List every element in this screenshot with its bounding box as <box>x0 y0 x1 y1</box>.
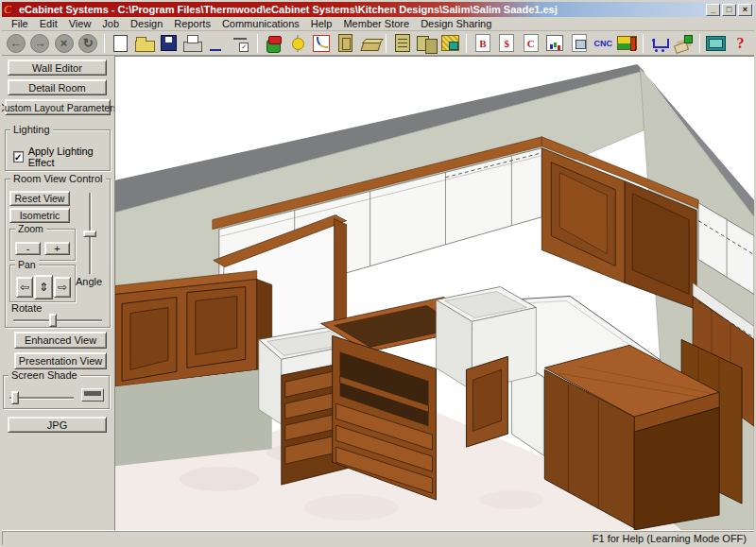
open-file-icon[interactable] <box>133 33 155 54</box>
menu-item-help[interactable]: Help <box>305 18 338 29</box>
pan-vertical-button[interactable]: ⇕ <box>34 275 53 299</box>
apply-lighting-checkbox[interactable] <box>13 151 24 162</box>
handshake-icon[interactable] <box>673 33 695 54</box>
restore-button[interactable]: □ <box>722 4 736 16</box>
cnc-icon[interactable]: CNC <box>592 33 613 54</box>
report-c-icon[interactable]: C <box>520 33 541 54</box>
screen-shade-legend: Screen Shade <box>9 369 80 381</box>
pan-right-button[interactable]: ⇨ <box>54 277 71 298</box>
lighting-group-legend: Lighting <box>10 124 53 135</box>
kitchen-3d-view[interactable] <box>115 57 754 530</box>
toolbar-separator <box>257 34 258 53</box>
report-b-icon[interactable]: B <box>472 33 493 54</box>
toolbar-separator <box>104 34 105 53</box>
job-report-icon[interactable] <box>568 33 590 54</box>
status-bar: F1 for Help (Learning Mode OFF) <box>2 530 754 545</box>
menu-item-reports[interactable]: Reports <box>168 18 216 29</box>
angle-slider-thumb[interactable] <box>83 231 96 237</box>
left-panel: Wall Editor Detail Room Custom Layout Pa… <box>2 56 114 530</box>
materials-icon[interactable] <box>263 33 284 54</box>
presentation-view-button[interactable]: Presentation View <box>14 352 107 369</box>
room-view-control-legend: Room View Control <box>10 173 106 184</box>
print-icon[interactable] <box>181 33 203 54</box>
nav-stop-icon[interactable] <box>53 33 75 54</box>
apply-lighting-label: Apply Lighting Effect <box>28 145 110 168</box>
toolbar-separator <box>386 34 387 53</box>
app-icon: C <box>4 4 16 16</box>
lighting-icon[interactable] <box>286 33 308 54</box>
drawer-icon[interactable] <box>358 33 380 54</box>
pan-left-button[interactable]: ⇦ <box>16 277 33 298</box>
window-title: eCabinet Systems - C:\Program Files\Ther… <box>19 4 706 15</box>
angle-slider[interactable] <box>89 193 91 274</box>
menu-item-communications[interactable]: Communications <box>216 18 305 29</box>
menu-item-member-store[interactable]: Member Store <box>337 18 415 29</box>
detail-room-button[interactable]: Detail Room <box>8 79 107 95</box>
screen-shade-preview[interactable] <box>81 388 104 402</box>
angle-label: Angle <box>76 276 102 287</box>
toolbar-separator <box>466 34 467 53</box>
custom-layout-parameters-button[interactable]: Custom Layout Parameters <box>5 99 111 115</box>
toolbar-separator <box>699 34 700 53</box>
settings-icon[interactable] <box>230 33 251 54</box>
nav-forward-icon[interactable] <box>28 33 50 54</box>
zoom-out-button[interactable]: - <box>15 242 41 255</box>
molding-icon[interactable] <box>310 33 332 54</box>
zoom-in-button[interactable]: + <box>44 242 70 255</box>
pan-group: Pan ⇦⇕⇨ <box>9 265 76 302</box>
video-icon[interactable] <box>705 33 727 54</box>
close-button[interactable]: × <box>738 4 752 16</box>
screen-shade-group: Screen Shade <box>3 375 110 409</box>
lighting-group: Lighting Apply Lighting Effect <box>5 129 111 171</box>
status-help-text: F1 for Help (Learning Mode OFF) <box>593 533 747 544</box>
chart-icon[interactable] <box>544 33 566 54</box>
rotate-label: Rotate <box>11 302 42 314</box>
screen-shade-slider-thumb[interactable] <box>11 391 19 404</box>
menu-item-job[interactable]: Job <box>96 18 125 29</box>
rotate-slider-thumb[interactable] <box>49 314 57 327</box>
rotate-slider[interactable] <box>13 319 102 321</box>
panel-icon[interactable] <box>616 33 638 54</box>
title-bar[interactable]: C eCabinet Systems - C:\Program Files\Th… <box>2 2 754 17</box>
pan-group-legend: Pan <box>15 259 39 270</box>
door-icon[interactable] <box>335 33 356 54</box>
main-toolbar: B$CCNC? <box>2 31 754 56</box>
help-icon[interactable]: ? <box>730 33 751 54</box>
report-dollar-icon[interactable]: $ <box>496 33 518 54</box>
reset-view-button[interactable]: Reset View <box>9 191 70 206</box>
menu-item-file[interactable]: File <box>6 18 34 29</box>
menu-item-edit[interactable]: Edit <box>34 18 63 29</box>
zoom-group-legend: Zoom <box>15 223 46 234</box>
app-window: C eCabinet Systems - C:\Program Files\Th… <box>0 0 756 547</box>
menu-item-design[interactable]: Design <box>125 18 168 29</box>
undo-icon[interactable] <box>206 33 228 54</box>
jpg-button[interactable]: JPG <box>8 417 107 433</box>
save-icon[interactable] <box>158 33 180 54</box>
menu-item-view[interactable]: View <box>63 18 97 29</box>
enhanced-view-button[interactable]: Enhanced View <box>14 332 107 349</box>
menu-item-design-sharing[interactable]: Design Sharing <box>415 18 497 29</box>
zoom-group: Zoom - + <box>9 229 76 261</box>
cabinet-icon[interactable] <box>391 33 413 54</box>
nav-refresh-icon[interactable] <box>77 33 98 54</box>
window-controls: _□× <box>706 4 752 16</box>
wall-editor-button[interactable]: Wall Editor <box>8 60 107 76</box>
screen-shade-slider[interactable] <box>9 397 74 399</box>
cabinet-group-icon[interactable] <box>415 33 437 54</box>
menu-bar: FileEditViewJobDesignReportsCommunicatio… <box>2 17 754 31</box>
cart-icon[interactable] <box>648 33 670 54</box>
room-view-control-group: Room View Control Reset View Isometric Z… <box>5 179 111 328</box>
toolbar-separator <box>643 34 644 53</box>
room-3d-viewport[interactable] <box>114 56 754 530</box>
nav-back-icon[interactable] <box>5 33 26 54</box>
minimize-button[interactable]: _ <box>706 4 720 16</box>
new-file-icon[interactable] <box>110 33 131 54</box>
isometric-button[interactable]: Isometric <box>9 208 70 223</box>
floor-plan-icon[interactable] <box>439 33 461 54</box>
